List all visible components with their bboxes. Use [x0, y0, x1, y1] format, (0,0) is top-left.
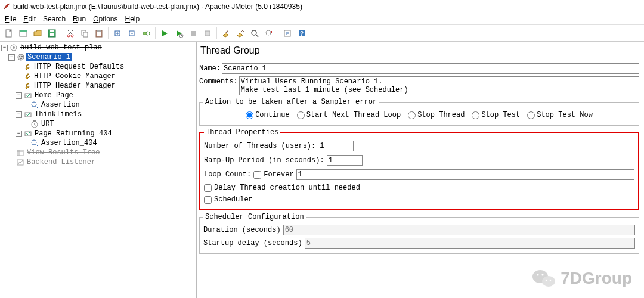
- scheduler-label: Scheduler: [214, 195, 253, 204]
- expand-toggle-icon[interactable]: −: [16, 131, 22, 137]
- timer-icon: [30, 120, 39, 129]
- menu-search[interactable]: Search: [39, 14, 69, 24]
- svg-rect-34: [33, 120, 36, 122]
- listener-icon: [16, 148, 24, 157]
- wrench-icon: [23, 63, 32, 72]
- tree-cookie-manager[interactable]: HTTP Cookie Manager: [1, 72, 195, 81]
- wechat-icon: [532, 268, 556, 288]
- svg-rect-4: [50, 33, 54, 36]
- new-icon[interactable]: [2, 27, 16, 40]
- threads-input[interactable]: [318, 141, 354, 151]
- sampler-icon: [23, 110, 32, 119]
- tree-backend-listener[interactable]: Backend Listener: [1, 157, 195, 167]
- function-helper-icon[interactable]: [281, 27, 294, 40]
- thread-properties-legend: Thread Properties: [204, 128, 280, 136]
- rampup-input[interactable]: [327, 155, 363, 166]
- threads-label: Number of Threads (users):: [204, 142, 315, 150]
- duration-label: Duration (seconds): [203, 226, 281, 234]
- svg-point-20: [252, 30, 256, 35]
- wrench-icon: [23, 72, 32, 81]
- expand-icon[interactable]: [111, 27, 124, 40]
- templates-icon[interactable]: [17, 27, 30, 40]
- tree-assertion[interactable]: Assertion: [1, 100, 195, 110]
- clear-icon[interactable]: [219, 27, 233, 40]
- svg-rect-9: [83, 32, 88, 37]
- tree-urt[interactable]: URT: [1, 119, 195, 129]
- tree-thinktime[interactable]: − ThinkTime1s: [1, 110, 195, 119]
- delay-checkbox[interactable]: [204, 184, 212, 192]
- expand-toggle-icon[interactable]: −: [16, 92, 22, 99]
- menu-bar: File Edit Search Run Options Help: [0, 13, 644, 25]
- svg-point-26: [13, 46, 15, 49]
- menu-edit[interactable]: Edit: [20, 14, 39, 24]
- tree-http-defaults[interactable]: HTTP Request Defaults: [1, 62, 195, 72]
- assertion-icon: [30, 139, 39, 148]
- radio-stop-now[interactable]: Stop Test Now: [527, 111, 593, 119]
- copy-icon[interactable]: [78, 27, 91, 40]
- svg-rect-19: [205, 31, 210, 36]
- scheduler-config-legend: Scheduler Configuration: [203, 213, 306, 221]
- expand-toggle-icon[interactable]: −: [1, 45, 8, 51]
- name-input[interactable]: [222, 63, 639, 74]
- svg-point-29: [21, 56, 23, 57]
- tree-assertion-404[interactable]: Assertion_404: [1, 138, 195, 148]
- menu-options[interactable]: Options: [89, 14, 121, 24]
- comments-label: Comments:: [199, 76, 238, 86]
- svg-point-43: [546, 280, 547, 281]
- svg-point-16: [146, 32, 150, 35]
- cut-icon[interactable]: [64, 27, 77, 40]
- tree-home-page[interactable]: − Home Page: [1, 91, 195, 100]
- search-icon[interactable]: [248, 27, 261, 40]
- name-row: Name:: [199, 63, 639, 74]
- menu-file[interactable]: File: [1, 14, 20, 24]
- startup-delay-row: Startup delay (seconds): [203, 237, 635, 250]
- tree-root[interactable]: − build-web-test-plan: [1, 43, 195, 52]
- svg-point-41: [537, 274, 539, 275]
- tree-header-manager[interactable]: HTTP Header Manager: [1, 81, 195, 91]
- tree-view-results[interactable]: View Results Tree: [1, 148, 195, 157]
- error-action-group: Action to be taken after a Sampler error…: [199, 98, 639, 126]
- stop-icon[interactable]: [187, 27, 200, 40]
- expand-toggle-icon[interactable]: −: [16, 111, 22, 118]
- forever-label: Forever: [264, 170, 293, 179]
- editor-panel: Thread Group Name: Comments: Action to b…: [197, 42, 644, 298]
- svg-point-28: [19, 56, 20, 57]
- assertion-icon: [30, 101, 39, 110]
- toggle-icon[interactable]: [140, 27, 153, 40]
- start-icon[interactable]: [158, 27, 171, 40]
- radio-stop-test[interactable]: Stop Test: [472, 111, 520, 119]
- loop-input[interactable]: [296, 169, 634, 180]
- shutdown-icon[interactable]: [201, 27, 214, 40]
- svg-rect-12: [97, 30, 101, 32]
- loop-label: Loop Count:: [204, 170, 251, 179]
- menu-run[interactable]: Run: [69, 14, 89, 24]
- wrench-icon: [23, 82, 32, 91]
- tree-page-404[interactable]: − Page Returning 404: [1, 129, 195, 138]
- menu-help[interactable]: Help: [122, 14, 144, 24]
- forever-checkbox[interactable]: [253, 171, 261, 179]
- expand-toggle-icon[interactable]: −: [8, 54, 15, 61]
- comments-input[interactable]: [239, 76, 639, 95]
- startup-delay-label: Startup delay (seconds): [203, 239, 302, 247]
- reset-search-icon[interactable]: [262, 27, 275, 40]
- scheduler-checkbox[interactable]: [204, 196, 212, 204]
- open-icon[interactable]: [31, 27, 44, 40]
- svg-rect-18: [191, 31, 196, 36]
- clear-all-icon[interactable]: [234, 27, 247, 40]
- collapse-icon[interactable]: [125, 27, 138, 40]
- listener-icon: [16, 158, 24, 167]
- svg-point-44: [550, 280, 552, 281]
- svg-rect-37: [17, 150, 23, 156]
- svg-point-7: [71, 35, 73, 37]
- test-plan-tree[interactable]: − build-web-test-plan − Scenario 1 HTTP …: [0, 42, 197, 298]
- radio-next-loop[interactable]: Start Next Thread Loop: [297, 111, 401, 119]
- window-title: build-web-test-plan.jmx (E:\Taurus\build…: [13, 2, 302, 11]
- start-no-timers-icon[interactable]: [172, 27, 185, 40]
- radio-continue[interactable]: Continue: [246, 111, 290, 119]
- paste-icon[interactable]: [92, 27, 106, 40]
- radio-stop-thread[interactable]: Stop Thread: [408, 111, 465, 119]
- rampup-label: Ramp-Up Period (in seconds):: [204, 156, 324, 164]
- save-icon[interactable]: [45, 27, 58, 40]
- tree-scenario[interactable]: − Scenario 1: [1, 52, 195, 62]
- help-icon[interactable]: ?: [295, 27, 308, 40]
